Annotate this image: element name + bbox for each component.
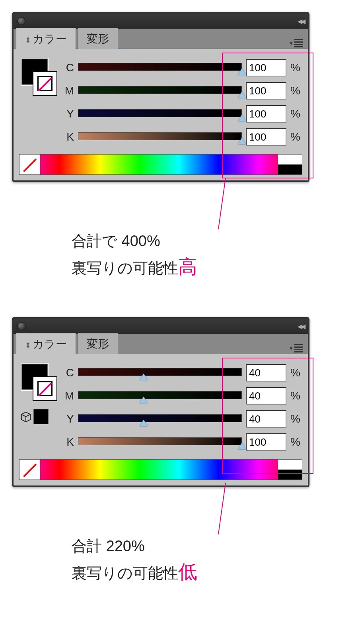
channel-label: K: [63, 131, 74, 143]
percent-label: %: [290, 84, 302, 97]
collapse-icon[interactable]: ◀◀: [298, 18, 304, 25]
channel-value-input[interactable]: [246, 59, 286, 76]
channel-value-input[interactable]: [246, 410, 286, 428]
channel-label: M: [63, 84, 74, 97]
no-color-swatch[interactable]: [19, 460, 40, 480]
channel-slider[interactable]: [78, 63, 242, 72]
panel-titlebar[interactable]: ◀◀: [14, 14, 308, 29]
channel-row-m: M%: [63, 384, 302, 407]
leader-line-wrap: [12, 487, 346, 535]
channel-value-input[interactable]: [246, 128, 286, 146]
tab-label: 変形: [87, 33, 109, 45]
panel-body: C%M%Y%K%: [14, 354, 308, 485]
channel-slider[interactable]: [78, 368, 242, 378]
panel-flyout-menu[interactable]: ▼: [289, 38, 303, 49]
percent-label: %: [290, 413, 302, 425]
tab-label: カラー: [33, 338, 67, 350]
spectrum-gradient[interactable]: [40, 155, 278, 174]
color-chip[interactable]: [33, 409, 49, 424]
channel-slider[interactable]: [78, 109, 242, 119]
tab-transform[interactable]: 変形: [78, 333, 118, 354]
color-spectrum[interactable]: [19, 154, 302, 175]
color-panel-1: ◀◀ ⇕カラー 変形 ▼ C%M%Y%K%: [12, 12, 309, 182]
cmyk-channels: C%M%Y%K%: [63, 361, 302, 454]
tab-color[interactable]: ⇕カラー: [16, 333, 76, 354]
triangle-down-icon: ▼: [289, 346, 294, 351]
channel-label: M: [63, 390, 74, 402]
panel-titlebar[interactable]: ◀◀: [14, 319, 308, 334]
updown-icon: ⇕: [25, 341, 31, 349]
slider-handle-icon[interactable]: [238, 92, 246, 98]
channel-label: C: [63, 61, 74, 74]
fill-stroke-swatches[interactable]: [19, 56, 63, 136]
channel-value-input[interactable]: [246, 105, 286, 123]
percent-label: %: [290, 61, 302, 74]
caption-line2-prefix: 裏写りの可能性: [72, 565, 178, 581]
leader-line-wrap: [12, 182, 346, 230]
tab-color[interactable]: ⇕カラー: [16, 28, 76, 49]
percent-label: %: [290, 108, 302, 120]
caption-2: 合計 220% 裏写りの可能性低: [72, 535, 346, 586]
channel-label: C: [63, 366, 74, 379]
panel-flyout-menu[interactable]: ▼: [289, 343, 303, 354]
channel-row-c: C%: [63, 361, 302, 384]
channel-label: K: [63, 436, 74, 448]
triangle-down-icon: ▼: [289, 41, 294, 46]
channel-value-input[interactable]: [246, 387, 286, 405]
menu-lines-icon: [294, 343, 303, 354]
white-black-swatch[interactable]: [278, 155, 302, 174]
tab-transform[interactable]: 変形: [78, 28, 118, 49]
leader-line: [218, 178, 226, 229]
percent-label: %: [290, 366, 302, 379]
channel-value-input[interactable]: [246, 82, 286, 100]
channel-slider[interactable]: [78, 86, 242, 96]
tab-bar: ⇕カラー 変形 ▼: [14, 29, 308, 49]
tab-bar: ⇕カラー 変形 ▼: [14, 334, 308, 354]
collapse-icon[interactable]: ◀◀: [298, 323, 304, 330]
slider-handle-icon[interactable]: [238, 443, 246, 449]
stroke-swatch[interactable]: [33, 71, 57, 96]
caption-accent: 高: [178, 256, 197, 277]
channel-row-y: Y%: [63, 407, 302, 431]
close-dot-icon[interactable]: [18, 322, 25, 330]
leader-line: [218, 483, 226, 534]
caption-line1: 合計 220%: [72, 535, 346, 558]
white-black-swatch[interactable]: [278, 460, 302, 480]
channel-value-input[interactable]: [246, 364, 286, 382]
channel-slider[interactable]: [78, 437, 242, 447]
slider-handle-icon[interactable]: [238, 69, 246, 75]
tab-label: 変形: [87, 338, 109, 350]
caption-line2-prefix: 裏写りの可能性: [72, 260, 178, 276]
color-spectrum[interactable]: [19, 459, 302, 480]
3d-cube-icon[interactable]: [20, 411, 32, 423]
channel-slider[interactable]: [78, 132, 242, 142]
channel-row-m: M%: [63, 79, 302, 102]
slider-handle-icon[interactable]: [140, 420, 148, 426]
menu-lines-icon: [294, 38, 303, 49]
channel-slider[interactable]: [78, 391, 242, 401]
fill-stroke-swatches[interactable]: [19, 361, 63, 441]
slider-handle-icon[interactable]: [140, 397, 148, 403]
slider-handle-icon[interactable]: [238, 115, 246, 121]
percent-label: %: [290, 390, 302, 402]
percent-label: %: [290, 131, 302, 143]
channel-row-y: Y%: [63, 102, 302, 125]
close-dot-icon[interactable]: [18, 17, 25, 25]
channel-slider[interactable]: [78, 414, 242, 424]
stroke-swatch[interactable]: [33, 376, 57, 401]
spectrum-gradient[interactable]: [40, 460, 278, 480]
caption-line1: 合計で 400%: [72, 230, 346, 253]
channel-row-k: K%: [63, 431, 302, 454]
slider-handle-icon[interactable]: [140, 374, 148, 380]
slider-handle-icon[interactable]: [238, 138, 246, 144]
percent-label: %: [290, 436, 302, 448]
channel-label: Y: [63, 108, 74, 120]
channel-row-k: K%: [63, 125, 302, 149]
channel-label: Y: [63, 413, 74, 425]
channel-value-input[interactable]: [246, 433, 286, 451]
no-color-swatch[interactable]: [19, 155, 40, 174]
tab-label: カラー: [33, 33, 67, 45]
channel-row-c: C%: [63, 56, 302, 79]
cmyk-channels: C%M%Y%K%: [63, 56, 302, 149]
caption-1: 合計で 400% 裏写りの可能性高: [72, 230, 346, 281]
